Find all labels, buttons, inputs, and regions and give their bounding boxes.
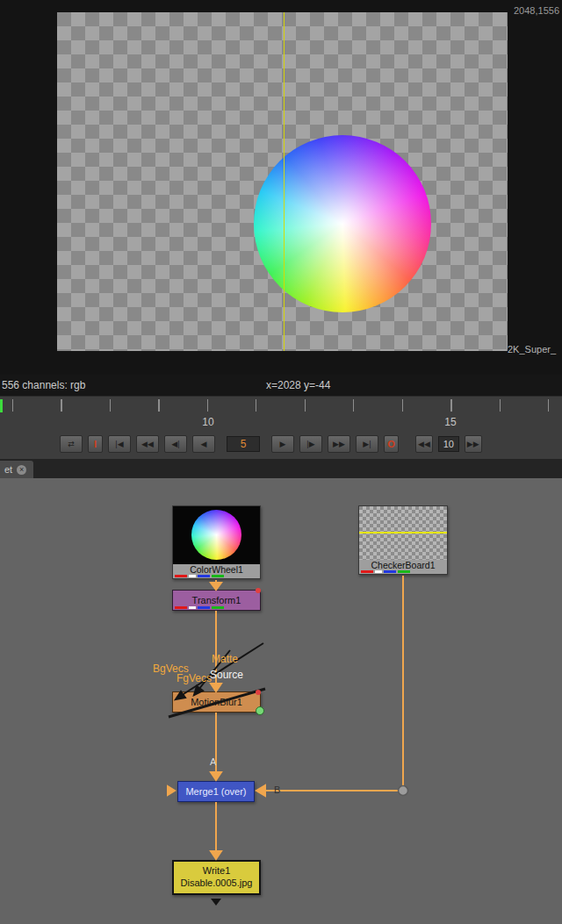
current-frame-field[interactable]: 5 [227,436,260,452]
node-label: MotionBlur1 [191,697,242,707]
tab-label: et [4,464,12,475]
fps-decrement-button[interactable]: ◀◀ [415,435,433,453]
write-output-stub [211,899,221,906]
goto-end-button[interactable]: ▶| [356,435,378,453]
channel-strip [361,570,410,573]
range-lock-button[interactable]: I [88,435,103,453]
step-forward-button[interactable]: |▶ [299,435,322,453]
node-transform[interactable]: Transform1 [172,590,261,611]
node-label: Write1 [203,865,231,877]
arrowhead [211,684,221,691]
prev-keyframe-button[interactable]: ◀◀ [136,435,159,453]
channels-label: 556 channels: rgb [2,375,85,396]
connection-elbow-dot[interactable] [399,786,408,796]
input-label-a: A [210,756,216,767]
node-checkerboard[interactable]: CheckerBoard1 [358,505,448,575]
viewer-panel: 2048,1556 2K_Super_ [0,0,562,375]
transport-controls: ⇄ I |◀ ◀◀ ◀| ◀ 5 ▶ |▶ ▶▶ ▶| O ◀◀ 10 ▶▶ [0,433,562,455]
node-motionblur[interactable]: MotionBlur1 [172,691,261,713]
format-label: 2K_Super_ [508,344,556,355]
play-forward-button[interactable]: ▶ [271,435,294,453]
node-colorwheel[interactable]: ColorWheel1 [172,505,261,579]
node-file-label: Disable.0005.jpg [181,877,253,890]
colorwheel-image [254,135,431,312]
node-write[interactable]: Write1 Disable.0005.jpg [172,860,261,895]
timeline-panel: 10 15 ⇄ I |◀ ◀◀ ◀| ◀ 5 ▶ |▶ ▶▶ ▶| O ◀◀ 1… [0,396,562,459]
next-keyframe-button[interactable]: ▶▶ [328,435,350,453]
node-graph-tab[interactable]: et × [0,461,33,478]
viewer-guide-line[interactable] [284,12,285,351]
tick-label-10: 10 [200,416,216,428]
resolution-label: 2048,1556 [514,5,559,16]
tick-label-15: 15 [443,416,458,428]
port-label-source: Source [210,669,243,681]
playhead-marker[interactable] [0,399,3,412]
step-back-button[interactable]: ◀| [164,435,187,453]
goto-start-button[interactable]: |◀ [108,435,131,453]
viewer-status-bar: 556 channels: rgb x=2028 y=-44 [0,375,562,396]
arrowhead [211,583,221,590]
playback-mode-button[interactable]: ⇄ [60,435,83,453]
checkerboard-thumbnail [359,506,447,560]
checkerboard-format-line [359,532,447,534]
port-label-fgvecs: FgVecs [177,672,212,684]
tab-close-icon[interactable]: × [17,465,26,475]
node-connections-layer [0,478,562,924]
arrowhead [256,785,265,796]
channel-strip [175,606,224,609]
dock-tab-bar: et × [0,459,562,478]
node-label: Merge1 (over) [185,786,246,797]
node-merge[interactable]: Merge1 (over) [177,781,255,802]
viewer-canvas[interactable] [57,12,508,351]
port-label-matte: Matte [212,653,238,665]
record-button[interactable]: O [384,435,399,453]
fps-field[interactable]: 10 [438,436,459,452]
node-label: Transform1 [192,595,241,605]
merge-left-input-indicator [168,786,175,795]
arrowhead [211,851,221,859]
input-label-b: B [274,784,280,795]
arrowhead [211,772,221,780]
play-backward-button[interactable]: ◀ [192,435,215,453]
pointer-position-label: x=2028 y=-44 [266,375,330,396]
channel-strip [175,575,224,577]
timeline-ruler[interactable] [0,399,562,412]
node-graph-panel[interactable]: ColorWheel1 CheckerBoard1 Transform1 Mot… [0,478,562,924]
colorwheel-thumb-image [191,510,241,560]
fps-increment-button[interactable]: ▶▶ [465,435,482,453]
colorwheel-thumbnail [173,506,260,564]
